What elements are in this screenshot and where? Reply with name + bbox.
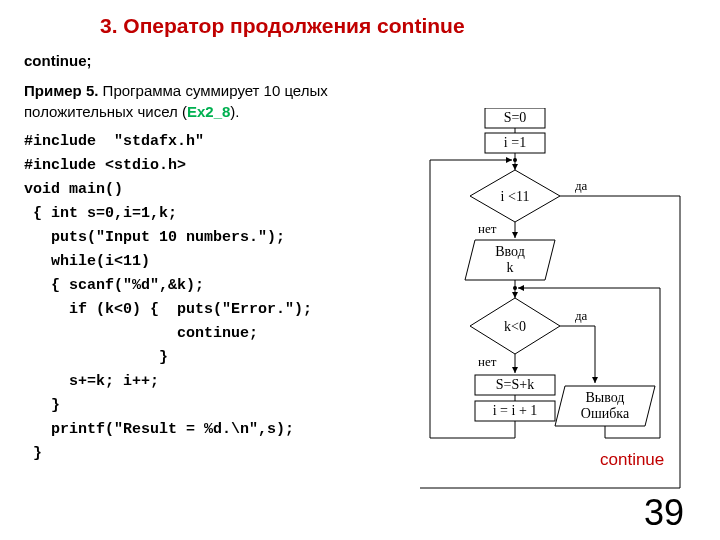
code-line: puts("Input 10 numbers.");: [24, 229, 285, 246]
flow-inc: i = i + 1: [493, 403, 538, 418]
page-title: 3. Оператор продолжения continue: [100, 14, 465, 38]
code-line: continue;: [24, 325, 258, 342]
example-number: Пример 5.: [24, 82, 98, 99]
example-id: Ex2_8: [187, 103, 230, 120]
code-line: if (k<0) { puts("Error.");: [24, 301, 312, 318]
code-line: #include <stdio.h>: [24, 157, 186, 174]
flow-no2: нет: [478, 354, 497, 369]
flow-err-1: Вывод: [586, 390, 625, 405]
flow-no1: нет: [478, 221, 497, 236]
code-line: while(i<11): [24, 253, 150, 270]
flow-s0: S=0: [504, 110, 527, 125]
code-line: }: [24, 445, 42, 462]
flow-input-1: Ввод: [495, 244, 525, 259]
code-block: #include "stdafx.h" #include <stdio.h> v…: [24, 130, 312, 466]
code-line: { int s=0,i=1,k;: [24, 205, 177, 222]
continue-annotation: continue: [600, 450, 664, 470]
example-close: ).: [230, 103, 239, 120]
code-line: #include "stdafx.h": [24, 133, 204, 150]
flow-cond2: k<0: [504, 319, 526, 334]
svg-point-4: [513, 158, 517, 162]
code-line: }: [24, 397, 60, 414]
page-number: 39: [644, 492, 684, 534]
code-line: }: [24, 349, 168, 366]
code-line: s+=k; i++;: [24, 373, 159, 390]
flow-yes1: да: [575, 178, 588, 193]
syntax-statement: continue;: [24, 52, 92, 69]
flow-i1: i =1: [504, 135, 526, 150]
flowchart: S=0 i =1 i <11 да нет Ввод k k<0 да Выво…: [400, 108, 700, 508]
code-line: { scanf("%d",&k);: [24, 277, 204, 294]
flow-input-2: k: [507, 260, 514, 275]
flow-err-2: Ошибка: [581, 406, 630, 421]
code-line: void main(): [24, 181, 123, 198]
svg-point-10: [513, 286, 517, 290]
flow-sum: S=S+k: [496, 377, 534, 392]
example-description: Пример 5. Программа суммирует 10 целых п…: [24, 80, 394, 122]
code-line: printf("Result = %d.\n",s);: [24, 421, 294, 438]
flow-yes2: да: [575, 308, 588, 323]
flow-cond1: i <11: [501, 189, 530, 204]
